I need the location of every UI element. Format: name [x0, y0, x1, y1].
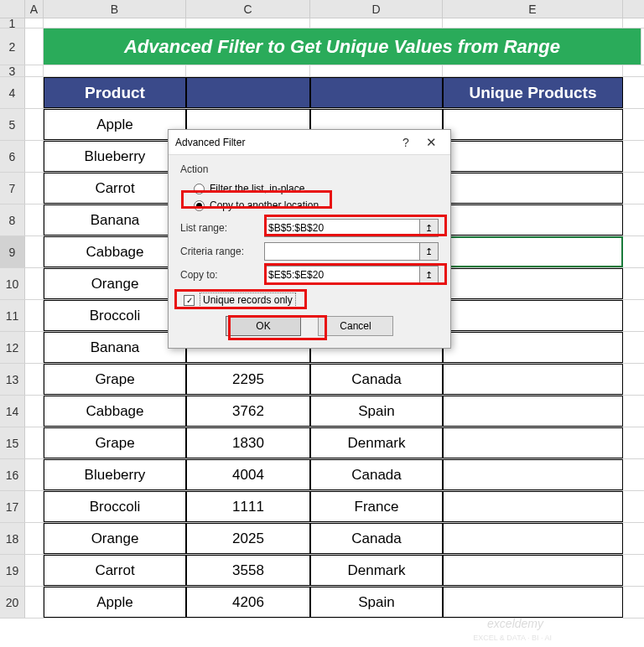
cell-D15[interactable]: Denmark: [310, 427, 443, 458]
cell-B16[interactable]: Blueberry: [44, 459, 186, 490]
row-header-8[interactable]: 8: [0, 204, 25, 236]
header-product[interactable]: Product: [44, 77, 186, 108]
cell-C18[interactable]: 2025: [186, 523, 310, 554]
criteria-range-input[interactable]: [264, 242, 420, 261]
cancel-button[interactable]: Cancel: [318, 316, 393, 336]
cell-D19[interactable]: Denmark: [310, 555, 443, 586]
cell-D18[interactable]: Canada: [310, 523, 443, 554]
cell-A15[interactable]: [25, 427, 44, 458]
cell-B11[interactable]: Broccoli: [44, 300, 186, 331]
cell-E3[interactable]: [443, 65, 623, 76]
cell-E1[interactable]: [443, 18, 623, 28]
cell-E18[interactable]: [443, 523, 623, 554]
cell-A18[interactable]: [25, 523, 44, 554]
cell-E15[interactable]: [443, 427, 623, 458]
col-header-D[interactable]: D: [310, 0, 443, 18]
row-header-16[interactable]: 16: [0, 459, 25, 490]
header-unique[interactable]: Unique Products: [443, 77, 623, 108]
cell-E19[interactable]: [443, 555, 623, 586]
cell-C15[interactable]: 1830: [186, 427, 310, 458]
cell-B5[interactable]: Apple: [44, 109, 186, 140]
radio-filter-inplace[interactable]: Filter the list, in-place: [180, 180, 439, 197]
cell-D3[interactable]: [310, 65, 443, 76]
cell-A13[interactable]: [25, 364, 44, 395]
cell-C1[interactable]: [186, 18, 310, 28]
title-banner[interactable]: Advanced Filter to Get Unique Values fro…: [44, 28, 641, 65]
cell-B12[interactable]: Banana: [44, 332, 186, 363]
cell-A8[interactable]: [25, 204, 44, 236]
cell-D17[interactable]: France: [310, 491, 443, 522]
cell-A1[interactable]: [25, 18, 44, 28]
cell-A6[interactable]: [25, 141, 44, 172]
list-range-picker[interactable]: ↥: [420, 219, 439, 237]
cell-E7[interactable]: [443, 173, 623, 204]
cell-B19[interactable]: Carrot: [44, 555, 186, 586]
cell-D16[interactable]: Canada: [310, 459, 443, 490]
ok-button[interactable]: OK: [226, 316, 301, 336]
cell-E14[interactable]: [443, 396, 623, 427]
unique-records-row[interactable]: ✓ Unique records only: [184, 292, 439, 308]
row-header-9[interactable]: 9: [0, 236, 25, 267]
cell-B9[interactable]: Cabbage: [44, 236, 186, 267]
cell-A19[interactable]: [25, 555, 44, 586]
cell-B6[interactable]: Blueberry: [44, 141, 186, 172]
row-header-12[interactable]: 12: [0, 332, 25, 363]
cell-E5[interactable]: [443, 109, 623, 140]
cell-B10[interactable]: Orange: [44, 268, 186, 299]
row-header-6[interactable]: 6: [0, 141, 25, 172]
row-header-5[interactable]: 5: [0, 109, 25, 140]
cell-A9[interactable]: [25, 236, 44, 267]
cell-C20[interactable]: 4206: [186, 587, 310, 618]
cell-E20[interactable]: [443, 587, 623, 618]
copy-to-picker[interactable]: ↥: [420, 266, 439, 284]
select-all-corner[interactable]: [0, 0, 25, 18]
help-button[interactable]: ?: [393, 136, 418, 149]
row-header-2[interactable]: 2: [0, 28, 25, 65]
cell-B20[interactable]: Apple: [44, 587, 186, 618]
close-button[interactable]: ✕: [418, 135, 444, 150]
cell-A11[interactable]: [25, 300, 44, 331]
dialog-titlebar[interactable]: Advanced Filter ? ✕: [169, 130, 450, 155]
cell-A2[interactable]: [25, 28, 44, 65]
cell-B15[interactable]: Grape: [44, 427, 186, 458]
row-header-18[interactable]: 18: [0, 523, 25, 554]
row-header-4[interactable]: 4: [0, 77, 25, 108]
copy-to-input[interactable]: $E$5:$E$20: [264, 266, 420, 284]
cell-A20[interactable]: [25, 587, 44, 618]
header-D[interactable]: [310, 77, 443, 108]
cell-B8[interactable]: Banana: [44, 204, 186, 236]
cell-D1[interactable]: [310, 18, 443, 28]
criteria-range-picker[interactable]: ↥: [420, 242, 439, 261]
cell-E12[interactable]: [443, 332, 623, 363]
col-header-C[interactable]: C: [186, 0, 310, 18]
cell-D14[interactable]: Spain: [310, 396, 443, 427]
row-header-19[interactable]: 19: [0, 555, 25, 586]
cell-C16[interactable]: 4004: [186, 459, 310, 490]
cell-A10[interactable]: [25, 268, 44, 299]
row-header-13[interactable]: 13: [0, 364, 25, 395]
row-header-10[interactable]: 10: [0, 268, 25, 299]
list-range-input[interactable]: $B$5:$B$20: [264, 219, 420, 237]
cell-A3[interactable]: [25, 65, 44, 76]
cell-E11[interactable]: [443, 300, 623, 331]
cell-E16[interactable]: [443, 459, 623, 490]
cell-B7[interactable]: Carrot: [44, 173, 186, 204]
cell-B1[interactable]: [44, 18, 186, 28]
cell-B3[interactable]: [44, 65, 186, 76]
cell-E9[interactable]: [443, 236, 623, 267]
row-header-11[interactable]: 11: [0, 300, 25, 331]
cell-E13[interactable]: [443, 364, 623, 395]
cell-D20[interactable]: Spain: [310, 587, 443, 618]
cell-C14[interactable]: 3762: [186, 396, 310, 427]
cell-A12[interactable]: [25, 332, 44, 363]
cell-A7[interactable]: [25, 173, 44, 204]
cell-B18[interactable]: Orange: [44, 523, 186, 554]
cell-E6[interactable]: [443, 141, 623, 172]
cell-C13[interactable]: 2295: [186, 364, 310, 395]
cell-A4[interactable]: [25, 77, 44, 108]
cell-D13[interactable]: Canada: [310, 364, 443, 395]
cell-C3[interactable]: [186, 65, 310, 76]
header-C[interactable]: [186, 77, 310, 108]
row-header-15[interactable]: 15: [0, 427, 25, 458]
cell-E17[interactable]: [443, 491, 623, 522]
